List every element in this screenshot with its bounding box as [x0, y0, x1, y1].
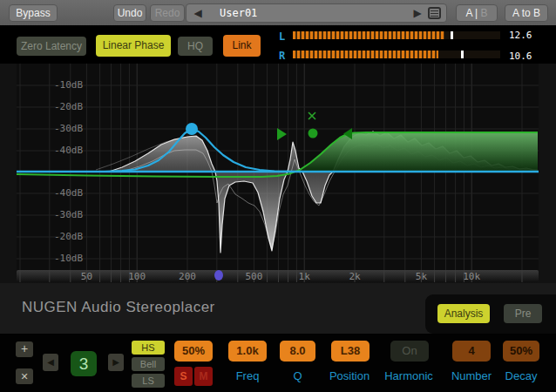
green-band-handle[interactable]	[309, 129, 318, 139]
next-band-button[interactable]: ▶	[108, 354, 124, 371]
db-label: -40dB	[54, 145, 83, 156]
q-label: Q	[280, 369, 315, 382]
stereoplacer-window: Bypass Undo Redo ◀ User01 ▶ A | B A to B…	[0, 0, 556, 392]
db-label: -20dB	[54, 101, 83, 112]
freq-label: 50	[81, 271, 92, 282]
preset-name[interactable]: User01	[220, 7, 257, 19]
meter-r-bar	[293, 51, 500, 58]
ab-inactive-label: B	[478, 7, 487, 19]
db-label: -20dB	[54, 231, 83, 242]
number-value-button[interactable]: 4	[452, 341, 491, 362]
linear-phase-button[interactable]: Linear Phase	[96, 35, 171, 57]
link-button[interactable]: Link	[223, 35, 261, 57]
ab-active-label: A |	[465, 7, 478, 19]
top-bar: Bypass Undo Redo ◀ User01 ▶ A | B A to B	[0, 0, 556, 25]
freq-label: 500	[245, 271, 262, 282]
prev-band-button[interactable]: ◀	[43, 354, 58, 371]
freq-label: Freq	[228, 369, 267, 382]
freq-value-button[interactable]: 1.0k	[228, 341, 267, 362]
shape-ls-button[interactable]: LS	[132, 374, 165, 388]
db-label: -30dB	[54, 123, 83, 134]
gain-value-button[interactable]: 50%	[174, 341, 213, 362]
zero-latency-button[interactable]: Zero Latency	[17, 37, 86, 56]
meter-l-value: 12.6	[509, 30, 544, 41]
preset-selector[interactable]: ◀ User01 ▶	[186, 3, 447, 23]
position-label: Position	[319, 369, 380, 382]
freq-label: 200	[179, 271, 196, 282]
solo-button[interactable]: S	[174, 367, 193, 386]
position-value-button[interactable]: L38	[331, 341, 370, 362]
band-controls: + ✕ ◀ 3 ▶ HS Bell LS 50% S M 1.0k Freq 8…	[0, 334, 556, 392]
harmonic-label: Harmonic	[382, 369, 436, 382]
meter-r-peak	[461, 51, 464, 58]
meter-l-fill	[293, 31, 444, 39]
preset-menu-icon[interactable]	[428, 7, 441, 19]
add-band-button[interactable]: +	[16, 341, 33, 357]
ab-compare-button[interactable]: A | B	[456, 4, 498, 22]
meter-r-label: R	[279, 50, 285, 62]
preset-prev-icon[interactable]: ◀	[192, 7, 204, 19]
bypass-button[interactable]: Bypass	[9, 4, 58, 22]
decay-value-button[interactable]: 50%	[503, 341, 539, 362]
shape-bell-button[interactable]: Bell	[132, 357, 165, 371]
band-number-display[interactable]: 3	[71, 351, 97, 376]
db-label: -30dB	[54, 209, 83, 220]
eq-graph: -10dB-20dB-30dB-40dB-40dB-30dB-20dB-10dB…	[0, 64, 556, 283]
freq-label: 100	[128, 271, 146, 282]
undo-button[interactable]: Undo	[113, 4, 146, 22]
analysis-group: Analysis Pre	[425, 294, 556, 334]
meter-l-label: L	[279, 30, 285, 43]
freq-label: 2k	[349, 271, 361, 282]
blue-band-handle[interactable]	[186, 123, 198, 135]
db-label: -40dB	[54, 187, 83, 199]
freq-label: 5k	[416, 271, 428, 282]
meter-l-bar	[293, 31, 500, 39]
remove-band-button[interactable]: ✕	[16, 368, 33, 384]
freq-label: 1k	[299, 271, 311, 282]
freq-label: 10k	[463, 271, 480, 282]
db-label: -10dB	[54, 79, 83, 91]
q-value-button[interactable]: 8.0	[280, 341, 315, 362]
preset-next-icon[interactable]: ▶	[411, 7, 424, 19]
mute-button[interactable]: M	[194, 367, 213, 386]
footer-bar: NUGEN Audio Stereoplacer Analysis Pre	[0, 283, 556, 334]
redo-button[interactable]: Redo	[150, 4, 185, 22]
pre-button[interactable]: Pre	[504, 304, 542, 323]
toolbar-row: Zero Latency Linear Phase HQ Link L R -4…	[0, 25, 556, 64]
meter-r-fill	[293, 51, 438, 58]
a-to-b-button[interactable]: A to B	[505, 4, 548, 22]
plugin-title: NUGEN Audio Stereoplacer	[22, 299, 215, 316]
decay-label: Decay	[497, 369, 546, 382]
shape-hs-button[interactable]: HS	[132, 341, 165, 355]
hq-button[interactable]: HQ	[178, 37, 213, 56]
freq-axis-strip	[17, 270, 539, 282]
analysis-button[interactable]: Analysis	[437, 304, 490, 323]
number-label: Number	[444, 369, 498, 382]
meter-r-value: 10.6	[509, 51, 544, 62]
harmonic-toggle-button[interactable]: On	[390, 341, 429, 362]
db-label: -10dB	[54, 253, 83, 264]
meter-l-peak	[451, 31, 453, 39]
purple-band-handle[interactable]	[214, 270, 223, 280]
